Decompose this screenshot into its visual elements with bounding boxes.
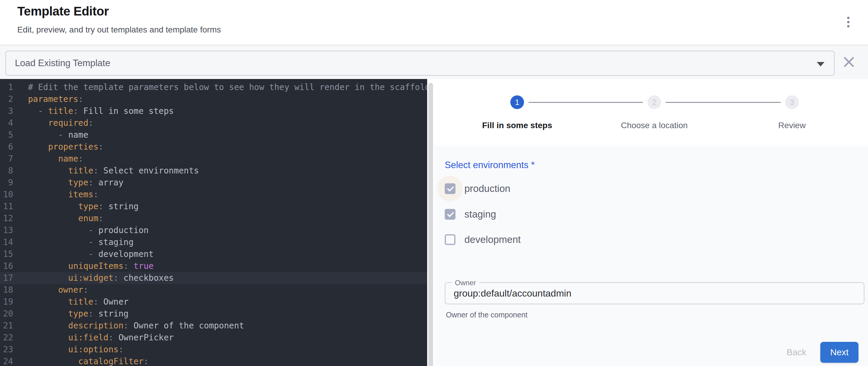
code-line: 15 - development bbox=[0, 248, 427, 260]
checkbox-label: production bbox=[464, 183, 510, 194]
code-line: 18 owner: bbox=[0, 284, 427, 296]
step-label-review: Review bbox=[733, 121, 851, 130]
toolbar: Load Existing Template bbox=[0, 45, 868, 79]
code-line: 6 properties: bbox=[0, 141, 427, 153]
checkbox-row-staging[interactable]: staging bbox=[445, 208, 496, 220]
yaml-editor[interactable]: 1# Edit the template parameters below to… bbox=[0, 79, 427, 366]
preview-panel: 1 2 3 Fill in some steps Choose a locati… bbox=[433, 79, 868, 366]
code-line: 13 - production bbox=[0, 224, 427, 236]
load-template-label: Load Existing Template bbox=[15, 58, 110, 68]
code-line: 23 ui:options: bbox=[0, 344, 427, 356]
code-line: 10 items: bbox=[0, 189, 427, 201]
template-editor-page: Template Editor Edit, preview, and try o… bbox=[0, 0, 868, 366]
code-line: 11 type: string bbox=[0, 201, 427, 213]
checkbox-row-production[interactable]: production bbox=[445, 183, 510, 194]
dropdown-caret-icon bbox=[817, 62, 825, 66]
code-line: 19 title: Owner bbox=[0, 296, 427, 308]
code-line: 24 catalogFilter: bbox=[0, 356, 427, 366]
form-card: Select environments * production staging… bbox=[435, 146, 868, 366]
step-label-choose-a-location: Choose a location bbox=[595, 121, 714, 130]
next-button[interactable]: Next bbox=[820, 342, 859, 363]
owner-field: Owner bbox=[445, 282, 864, 304]
code-line: 14 - staging bbox=[0, 236, 427, 248]
step-circle-1: 1 bbox=[510, 95, 524, 109]
code-line: 8 title: Select environments bbox=[0, 165, 427, 177]
code-line: 3 - title: Fill in some steps bbox=[0, 105, 427, 117]
code-line: 21 description: Owner of the component bbox=[0, 320, 427, 332]
code-line: 5 - name bbox=[0, 129, 427, 141]
checkbox-label: staging bbox=[464, 209, 496, 220]
checkbox-label: development bbox=[464, 234, 521, 245]
back-button[interactable]: Back bbox=[773, 342, 820, 363]
step-circle-3: 3 bbox=[785, 95, 799, 109]
more-options-button[interactable] bbox=[839, 13, 857, 31]
owner-helper-text: Owner of the component bbox=[446, 311, 528, 319]
checkbox-unchecked-icon bbox=[445, 234, 456, 245]
step-connector bbox=[665, 102, 781, 103]
page-subtitle: Edit, preview, and try out templates and… bbox=[17, 25, 221, 35]
close-button[interactable] bbox=[838, 51, 860, 73]
code-lines: 1# Edit the template parameters below to… bbox=[0, 81, 427, 366]
step-label-fill-in-some-steps: Fill in some steps bbox=[458, 121, 577, 130]
code-line: 2parameters: bbox=[0, 93, 427, 105]
code-line: 9 type: array bbox=[0, 177, 427, 189]
step-circle-2: 2 bbox=[647, 95, 661, 109]
close-icon bbox=[843, 57, 854, 67]
code-line: 7 name: bbox=[0, 153, 427, 165]
pane-resize-handle[interactable] bbox=[428, 83, 433, 366]
page-header: Template Editor Edit, preview, and try o… bbox=[0, 0, 868, 45]
code-line: 20 type: string bbox=[0, 308, 427, 320]
page-title: Template Editor bbox=[17, 4, 109, 19]
checkbox-row-development[interactable]: development bbox=[445, 234, 521, 246]
step-connector bbox=[528, 102, 643, 103]
checkbox-checked-icon bbox=[445, 183, 456, 194]
code-line: 1# Edit the template parameters below to… bbox=[0, 81, 427, 93]
code-line: 22 ui:field: OwnerPicker bbox=[0, 332, 427, 344]
code-line: 12 enum: bbox=[0, 213, 427, 224]
code-line: 16 uniqueItems: true bbox=[0, 260, 427, 272]
select-environments-label: Select environments * bbox=[445, 160, 535, 171]
owner-input[interactable] bbox=[445, 283, 864, 304]
code-line: 17 ui:widget: checkboxes bbox=[0, 272, 427, 284]
code-line: 4 required: bbox=[0, 117, 427, 129]
load-template-select[interactable]: Load Existing Template bbox=[5, 51, 835, 76]
checkbox-checked-icon bbox=[445, 209, 456, 220]
